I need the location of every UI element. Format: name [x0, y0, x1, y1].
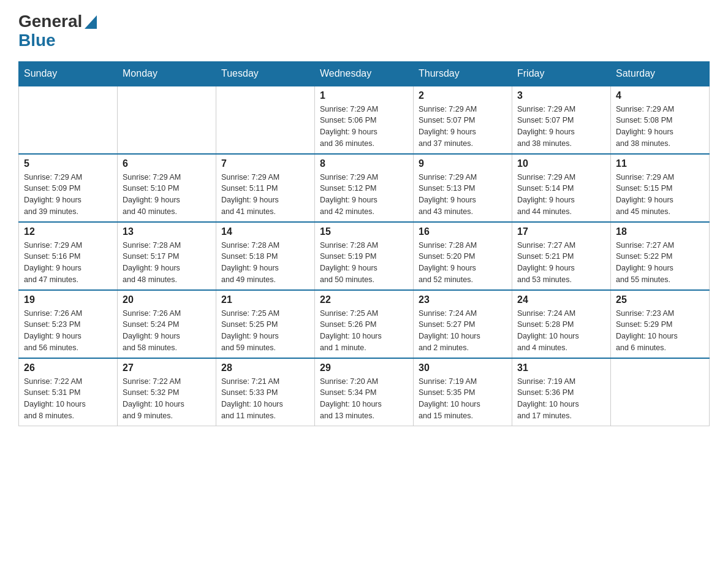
- day-number: 24: [517, 294, 605, 305]
- calendar-day-cell: 28Sunrise: 7:21 AMSunset: 5:33 PMDayligh…: [216, 358, 315, 426]
- calendar-day-cell: 14Sunrise: 7:28 AMSunset: 5:18 PMDayligh…: [216, 222, 315, 290]
- day-info: Sunrise: 7:29 AMSunset: 5:12 PMDaylight:…: [320, 172, 408, 218]
- day-info: Sunrise: 7:24 AMSunset: 5:28 PMDaylight:…: [517, 308, 605, 354]
- day-number: 12: [24, 226, 112, 237]
- day-number: 8: [320, 158, 408, 169]
- calendar-week-row: 26Sunrise: 7:22 AMSunset: 5:31 PMDayligh…: [19, 358, 710, 426]
- day-number: 1: [320, 90, 408, 101]
- day-number: 25: [616, 294, 704, 305]
- calendar-day-cell: 6Sunrise: 7:29 AMSunset: 5:10 PMDaylight…: [118, 154, 216, 222]
- calendar-day-cell: 12Sunrise: 7:29 AMSunset: 5:16 PMDayligh…: [19, 222, 118, 290]
- day-info: Sunrise: 7:26 AMSunset: 5:24 PMDaylight:…: [123, 308, 211, 354]
- day-info: Sunrise: 7:27 AMSunset: 5:22 PMDaylight:…: [616, 240, 704, 286]
- calendar-day-cell: 27Sunrise: 7:22 AMSunset: 5:32 PMDayligh…: [118, 358, 216, 426]
- day-number: 6: [123, 158, 211, 169]
- calendar-day-cell: 18Sunrise: 7:27 AMSunset: 5:22 PMDayligh…: [611, 222, 710, 290]
- calendar-day-cell: [19, 86, 118, 154]
- day-info: Sunrise: 7:29 AMSunset: 5:15 PMDaylight:…: [616, 172, 704, 218]
- day-number: 11: [616, 158, 704, 169]
- day-number: 16: [419, 226, 507, 237]
- logo: General Blue: [18, 12, 97, 50]
- calendar-day-cell: 9Sunrise: 7:29 AMSunset: 5:13 PMDaylight…: [414, 154, 512, 222]
- day-info: Sunrise: 7:28 AMSunset: 5:19 PMDaylight:…: [320, 240, 408, 286]
- calendar-day-cell: 3Sunrise: 7:29 AMSunset: 5:07 PMDaylight…: [512, 86, 611, 154]
- calendar-table: SundayMondayTuesdayWednesdayThursdayFrid…: [18, 61, 710, 426]
- day-info: Sunrise: 7:21 AMSunset: 5:33 PMDaylight:…: [221, 376, 309, 422]
- logo-triangle-svg: [85, 15, 97, 29]
- day-info: Sunrise: 7:28 AMSunset: 5:20 PMDaylight:…: [419, 240, 507, 286]
- day-number: 15: [320, 226, 408, 237]
- day-number: 26: [24, 362, 112, 373]
- calendar-day-cell: 29Sunrise: 7:20 AMSunset: 5:34 PMDayligh…: [315, 358, 414, 426]
- day-info: Sunrise: 7:29 AMSunset: 5:14 PMDaylight:…: [517, 172, 605, 218]
- day-info: Sunrise: 7:29 AMSunset: 5:11 PMDaylight:…: [221, 172, 309, 218]
- day-number: 29: [320, 362, 408, 373]
- calendar-day-cell: 5Sunrise: 7:29 AMSunset: 5:09 PMDaylight…: [19, 154, 118, 222]
- day-info: Sunrise: 7:28 AMSunset: 5:17 PMDaylight:…: [123, 240, 211, 286]
- day-info: Sunrise: 7:19 AMSunset: 5:36 PMDaylight:…: [517, 376, 605, 422]
- calendar-day-cell: 2Sunrise: 7:29 AMSunset: 5:07 PMDaylight…: [414, 86, 512, 154]
- day-number: 18: [616, 226, 704, 237]
- day-number: 4: [616, 90, 704, 101]
- day-info: Sunrise: 7:27 AMSunset: 5:21 PMDaylight:…: [517, 240, 605, 286]
- calendar-day-cell: 4Sunrise: 7:29 AMSunset: 5:08 PMDaylight…: [611, 86, 710, 154]
- calendar-day-cell: 1Sunrise: 7:29 AMSunset: 5:06 PMDaylight…: [315, 86, 414, 154]
- day-number: 31: [517, 362, 605, 373]
- day-number: 19: [24, 294, 112, 305]
- day-info: Sunrise: 7:29 AMSunset: 5:08 PMDaylight:…: [616, 104, 704, 150]
- calendar-day-cell: 8Sunrise: 7:29 AMSunset: 5:12 PMDaylight…: [315, 154, 414, 222]
- calendar-day-cell: [118, 86, 216, 154]
- day-info: Sunrise: 7:26 AMSunset: 5:23 PMDaylight:…: [24, 308, 112, 354]
- calendar-day-cell: 19Sunrise: 7:26 AMSunset: 5:23 PMDayligh…: [19, 290, 118, 358]
- weekday-header-sunday: Sunday: [19, 61, 118, 86]
- day-info: Sunrise: 7:29 AMSunset: 5:10 PMDaylight:…: [123, 172, 211, 218]
- weekday-header-friday: Friday: [512, 61, 611, 86]
- day-number: 10: [517, 158, 605, 169]
- day-info: Sunrise: 7:25 AMSunset: 5:25 PMDaylight:…: [221, 308, 309, 354]
- day-number: 2: [419, 90, 507, 101]
- calendar-week-row: 12Sunrise: 7:29 AMSunset: 5:16 PMDayligh…: [19, 222, 710, 290]
- day-number: 28: [221, 362, 309, 373]
- calendar-day-cell: 31Sunrise: 7:19 AMSunset: 5:36 PMDayligh…: [512, 358, 611, 426]
- day-number: 14: [221, 226, 309, 237]
- day-number: 21: [221, 294, 309, 305]
- calendar-day-cell: 20Sunrise: 7:26 AMSunset: 5:24 PMDayligh…: [118, 290, 216, 358]
- calendar-day-cell: 7Sunrise: 7:29 AMSunset: 5:11 PMDaylight…: [216, 154, 315, 222]
- day-number: 13: [123, 226, 211, 237]
- logo-general-text: General: [18, 12, 82, 31]
- weekday-header-saturday: Saturday: [611, 61, 710, 86]
- calendar-day-cell: 10Sunrise: 7:29 AMSunset: 5:14 PMDayligh…: [512, 154, 611, 222]
- calendar-day-cell: 16Sunrise: 7:28 AMSunset: 5:20 PMDayligh…: [414, 222, 512, 290]
- day-info: Sunrise: 7:29 AMSunset: 5:07 PMDaylight:…: [419, 104, 507, 150]
- calendar-week-row: 1Sunrise: 7:29 AMSunset: 5:06 PMDaylight…: [19, 86, 710, 154]
- calendar-day-cell: 21Sunrise: 7:25 AMSunset: 5:25 PMDayligh…: [216, 290, 315, 358]
- calendar-day-cell: [611, 358, 710, 426]
- day-number: 22: [320, 294, 408, 305]
- calendar-day-cell: 17Sunrise: 7:27 AMSunset: 5:21 PMDayligh…: [512, 222, 611, 290]
- svg-marker-0: [85, 15, 97, 29]
- calendar-day-cell: 30Sunrise: 7:19 AMSunset: 5:35 PMDayligh…: [414, 358, 512, 426]
- header: General Blue: [18, 12, 710, 50]
- day-info: Sunrise: 7:29 AMSunset: 5:16 PMDaylight:…: [24, 240, 112, 286]
- calendar-week-row: 19Sunrise: 7:26 AMSunset: 5:23 PMDayligh…: [19, 290, 710, 358]
- day-number: 27: [123, 362, 211, 373]
- calendar-week-row: 5Sunrise: 7:29 AMSunset: 5:09 PMDaylight…: [19, 154, 710, 222]
- weekday-header-tuesday: Tuesday: [216, 61, 315, 86]
- day-info: Sunrise: 7:29 AMSunset: 5:13 PMDaylight:…: [419, 172, 507, 218]
- day-number: 30: [419, 362, 507, 373]
- day-info: Sunrise: 7:29 AMSunset: 5:07 PMDaylight:…: [517, 104, 605, 150]
- weekday-header-monday: Monday: [118, 61, 216, 86]
- weekday-header-wednesday: Wednesday: [315, 61, 414, 86]
- weekday-header-thursday: Thursday: [414, 61, 512, 86]
- day-number: 17: [517, 226, 605, 237]
- day-info: Sunrise: 7:29 AMSunset: 5:06 PMDaylight:…: [320, 104, 408, 150]
- calendar-day-cell: [216, 86, 315, 154]
- calendar-day-cell: 15Sunrise: 7:28 AMSunset: 5:19 PMDayligh…: [315, 222, 414, 290]
- day-info: Sunrise: 7:24 AMSunset: 5:27 PMDaylight:…: [419, 308, 507, 354]
- calendar-day-cell: 24Sunrise: 7:24 AMSunset: 5:28 PMDayligh…: [512, 290, 611, 358]
- calendar-day-cell: 23Sunrise: 7:24 AMSunset: 5:27 PMDayligh…: [414, 290, 512, 358]
- day-number: 23: [419, 294, 507, 305]
- day-number: 3: [517, 90, 605, 101]
- day-info: Sunrise: 7:19 AMSunset: 5:35 PMDaylight:…: [419, 376, 507, 422]
- day-number: 5: [24, 158, 112, 169]
